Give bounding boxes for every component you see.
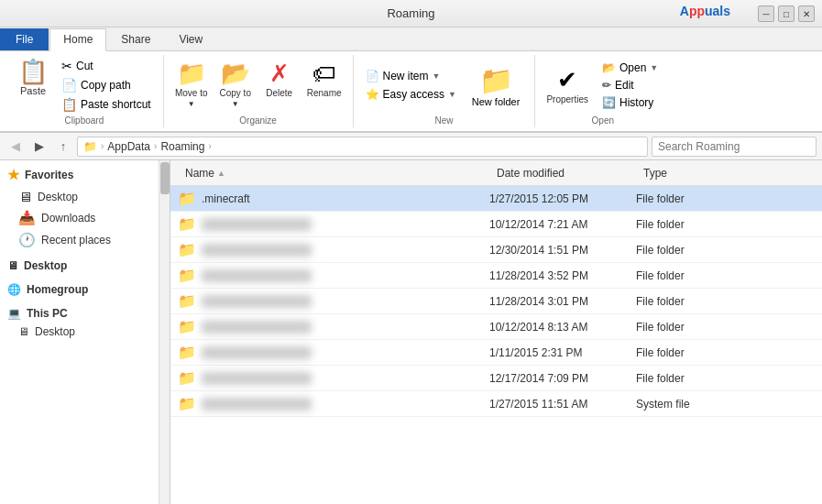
file-name-text: blurredname: [202, 269, 312, 282]
forward-button[interactable]: ▶: [29, 137, 49, 157]
sidebar-item-recent[interactable]: 🕐 Recent places: [0, 229, 159, 251]
file-name-cell: 📁blurredname: [178, 292, 489, 310]
edit-button[interactable]: ✏ Edit: [597, 77, 663, 93]
paste-button[interactable]: 📋 Paste: [13, 57, 53, 99]
thispc-header[interactable]: 💻 This PC: [0, 304, 159, 323]
sidebar-item-desktop[interactable]: 🖥 Desktop: [0, 186, 159, 207]
copy-path-icon: 📄: [61, 78, 77, 93]
rename-label: Rename: [307, 88, 342, 98]
favorites-header: ★ Favorites: [0, 164, 159, 186]
file-date-cell: 11/28/2014 3:52 PM: [489, 269, 636, 282]
close-button[interactable]: ✕: [798, 5, 815, 22]
tab-home[interactable]: Home: [49, 28, 106, 51]
file-date-cell: 1/27/2015 12:05 PM: [489, 192, 636, 205]
history-button[interactable]: 🔄 History: [597, 94, 663, 111]
copy-to-button[interactable]: 📂 Copy to▼: [215, 57, 256, 111]
app-logo: Appuals: [680, 4, 730, 18]
main-content: ★ Favorites 🖥 Desktop 📥 Downloads 🕐 Rece…: [0, 160, 822, 504]
open-icon: 📂: [602, 61, 616, 74]
homegroup-header[interactable]: 🌐 Homegroup: [0, 280, 159, 299]
easy-access-button[interactable]: ⭐ Easy access ▼: [361, 86, 461, 103]
tab-share[interactable]: Share: [107, 28, 164, 50]
file-date-cell: 1/27/2015 11:51 AM: [489, 398, 636, 411]
favorites-section: ★ Favorites 🖥 Desktop 📥 Downloads 🕐 Rece…: [0, 164, 159, 251]
cut-button[interactable]: ✂ Cut: [57, 57, 156, 75]
history-icon: 🔄: [602, 96, 616, 109]
desktop-header[interactable]: 🖥 Desktop: [0, 257, 159, 275]
table-row[interactable]: 📁blurredname11/28/2014 3:01 PMFile folde…: [170, 289, 822, 314]
ribbon: 📋 Paste ✂ Cut 📄 Copy path 📋 Paste shortc…: [0, 51, 822, 133]
new-item-button[interactable]: 📄 New item ▼: [361, 68, 461, 84]
tab-file[interactable]: File: [0, 28, 49, 50]
paste-label: Paste: [20, 85, 46, 96]
organize-label: Organize: [239, 115, 277, 126]
downloads-icon: 📥: [18, 210, 36, 226]
path-roaming[interactable]: Roaming: [160, 140, 204, 153]
open-group: ✔ Properties 📂 Open ▼ ✏ Edit 🔄 History: [535, 55, 670, 127]
properties-icon: ✔: [557, 66, 577, 94]
file-type-cell: File folder: [636, 321, 822, 334]
table-row[interactable]: 📁blurredname1/27/2015 11:51 AMSystem fil…: [170, 391, 822, 417]
file-name-text: blurredname: [202, 295, 312, 308]
tab-view[interactable]: View: [165, 28, 216, 50]
table-row[interactable]: 📁blurredname10/12/2014 7:21 AMFile folde…: [170, 212, 822, 237]
rename-button[interactable]: 🏷 Rename: [303, 57, 345, 101]
delete-button[interactable]: ✗ Delete: [259, 57, 300, 101]
desktop-icon: 🖥: [18, 189, 32, 204]
table-row[interactable]: 📁.minecraft1/27/2015 12:05 PMFile folder: [170, 186, 822, 212]
folder-icon: 📁: [178, 395, 196, 412]
file-name-text: blurredname: [202, 244, 312, 257]
sidebar-item-desktop2[interactable]: 🖥 Desktop: [0, 323, 159, 341]
folder-icon: 📁: [178, 369, 196, 387]
paste-shortcut-button[interactable]: 📋 Paste shortcut: [57, 95, 156, 114]
table-row[interactable]: 📁blurredname1/11/2015 2:31 PMFile folder: [170, 340, 822, 366]
file-type-cell: File folder: [636, 372, 822, 385]
minimize-button[interactable]: ─: [758, 5, 774, 22]
file-list-header: Name ▲ Date modified Type: [170, 160, 822, 186]
file-type-cell: File folder: [636, 244, 822, 257]
up-button[interactable]: ↑: [53, 137, 73, 157]
move-to-button[interactable]: 📁 Move to▼: [171, 57, 212, 111]
homegroup-icon: 🌐: [7, 283, 21, 296]
sidebar-scrollbar[interactable]: [159, 160, 170, 504]
properties-button[interactable]: ✔ Properties: [543, 63, 592, 107]
file-type-cell: File folder: [636, 269, 822, 282]
col-header-date[interactable]: Date modified: [489, 160, 636, 185]
table-row[interactable]: 📁blurredname12/17/2014 7:09 PMFile folde…: [170, 366, 822, 391]
new-folder-button[interactable]: 📁 New folder: [465, 61, 528, 110]
maximize-button[interactable]: □: [778, 5, 795, 22]
thispc-label: This PC: [27, 307, 68, 320]
col-header-type[interactable]: Type: [636, 160, 822, 185]
search-input[interactable]: [652, 137, 817, 157]
sidebar-item-downloads[interactable]: 📥 Downloads: [0, 207, 159, 229]
file-rows: 📁.minecraft1/27/2015 12:05 PMFile folder…: [170, 186, 822, 417]
file-name-cell: 📁blurredname: [178, 369, 489, 387]
path-appdata[interactable]: AppData: [107, 140, 150, 153]
clipboard-group: 📋 Paste ✂ Cut 📄 Copy path 📋 Paste shortc…: [5, 55, 164, 127]
thispc-icon: 💻: [7, 307, 21, 320]
clipboard-label: Clipboard: [64, 115, 104, 126]
address-path[interactable]: 📁 › AppData › Roaming ›: [77, 137, 648, 157]
paste-icon: 📋: [18, 60, 48, 83]
file-date-cell: 10/12/2014 8:13 AM: [489, 321, 636, 334]
table-row[interactable]: 📁blurredname11/28/2014 3:52 PMFile folde…: [170, 263, 822, 289]
desktop-header-icon: 🖥: [7, 259, 18, 272]
recent-icon: 🕐: [18, 232, 36, 248]
file-name-cell: 📁blurredname: [178, 318, 489, 335]
file-type-cell: File folder: [636, 346, 822, 359]
file-date-cell: 11/28/2014 3:01 PM: [489, 295, 636, 308]
sidebar-desktop2-label: Desktop: [35, 325, 75, 338]
rename-icon: 🏷: [312, 60, 336, 88]
col-header-name[interactable]: Name ▲: [178, 160, 489, 185]
file-name-text: blurredname: [202, 372, 312, 385]
sidebar-scroll-thumb: [160, 162, 170, 194]
back-button[interactable]: ◀: [5, 137, 26, 157]
homegroup-section: 🌐 Homegroup: [0, 280, 159, 299]
table-row[interactable]: 📁blurredname10/12/2014 8:13 AMFile folde…: [170, 314, 822, 340]
copy-path-button[interactable]: 📄 Copy path: [57, 76, 156, 94]
file-name-cell: 📁blurredname: [178, 267, 489, 284]
table-row[interactable]: 📁blurredname12/30/2014 1:51 PMFile folde…: [170, 237, 822, 263]
open-button[interactable]: 📂 Open ▼: [597, 60, 663, 76]
organize-group: 📁 Move to▼ 📂 Copy to▼ ✗ Delete 🏷 Rename …: [164, 55, 354, 127]
properties-label: Properties: [546, 94, 588, 104]
